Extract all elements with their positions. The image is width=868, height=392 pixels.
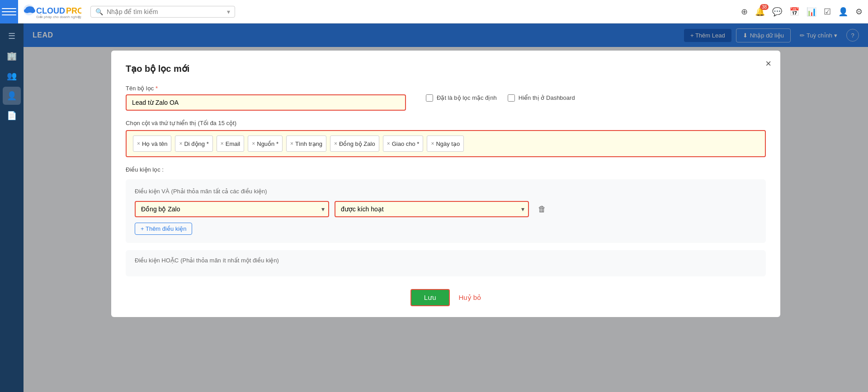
sidebar-item-menu[interactable]: ☰: [3, 27, 21, 45]
main-area: LEAD + Thêm Lead ⬇ Nhập dữ liệu ✏ Tuỳ ch…: [24, 23, 868, 392]
remove-column-icon[interactable]: ×: [137, 140, 140, 147]
checkbox-default-filter[interactable]: Đặt là bộ lọc mặc định: [426, 94, 497, 102]
remove-column-icon[interactable]: ×: [431, 140, 434, 147]
sidebar-item-document[interactable]: 📄: [3, 107, 21, 125]
sidebar-item-building[interactable]: 🏢: [3, 47, 21, 65]
sidebar-item-people[interactable]: 👥: [3, 67, 21, 85]
save-button[interactable]: Lưu: [410, 289, 450, 306]
condition-field-wrapper: Đồng bộ ZaloHọ và tênDi độngEmailNguồnTì…: [135, 201, 329, 217]
condition-operator-wrapper: được kích hoạtkhông được kích hoạtcó giá…: [335, 201, 529, 217]
filter-name-field-group: Tên bộ lọc *: [126, 85, 406, 111]
add-icon-button[interactable]: ⊕: [741, 7, 748, 17]
chevron-down-icon: ▾: [227, 8, 230, 15]
condition-and-title: Điều kiện VÀ (Phải thỏa mãn tất cả các đ…: [135, 187, 757, 195]
condition-or-block: Điều kiện HOẶC (Phải thỏa mãn ít nhất mộ…: [126, 250, 766, 276]
remove-column-icon[interactable]: ×: [290, 140, 293, 147]
dialog-title: Tạo bộ lọc mới: [126, 63, 766, 74]
search-bar[interactable]: 🔍 ▾: [90, 6, 235, 18]
column-tag[interactable]: × Giao cho *: [383, 135, 424, 152]
column-tag[interactable]: × Di động *: [175, 135, 212, 152]
search-input[interactable]: [107, 8, 223, 15]
remove-column-icon[interactable]: ×: [179, 140, 182, 147]
hamburger-button[interactable]: [2, 5, 16, 19]
condition-row: Đồng bộ ZaloHọ và tênDi độngEmailNguồnTì…: [135, 201, 757, 217]
condition-operator-select[interactable]: được kích hoạtkhông được kích hoạtcó giá…: [335, 201, 529, 217]
condition-and-block: Điều kiện VÀ (Phải thỏa mãn tất cả các đ…: [126, 179, 766, 243]
notification-badge: 38: [760, 4, 769, 10]
checkbox-dashboard[interactable]: Hiển thị ở Dashboard: [508, 94, 575, 102]
svg-point-3: [30, 9, 35, 13]
column-tag[interactable]: × Họ và tên: [133, 135, 171, 152]
svg-text:CLOUD: CLOUD: [36, 6, 65, 15]
column-tag[interactable]: × Đồng bộ Zalo: [330, 135, 379, 152]
sidebar: ☰ 🏢 👥 👤 📄: [0, 23, 24, 392]
svg-point-2: [24, 9, 30, 13]
profile-button[interactable]: 👤: [838, 7, 848, 17]
required-mark: *: [156, 85, 158, 92]
dashboard-checkbox[interactable]: [508, 94, 515, 102]
column-tag[interactable]: × Ngày tạo: [427, 135, 464, 152]
filter-name-input[interactable]: [126, 94, 406, 111]
checkbox-row: Đặt là bộ lọc mặc định Hiển thị ở Dashbo…: [426, 94, 575, 102]
tasks-button[interactable]: ☑: [824, 7, 831, 17]
search-icon: 🔍: [95, 8, 103, 15]
filter-name-label: Tên bộ lọc *: [126, 85, 406, 92]
settings-button[interactable]: ⚙: [855, 7, 863, 17]
columns-section-label: Chọn cột và thứ tự hiển thị (Tối đa 15 c…: [126, 120, 766, 126]
notification-button[interactable]: 🔔 38: [755, 7, 765, 17]
column-tag[interactable]: × Tình trạng: [286, 135, 326, 152]
cancel-button[interactable]: Huỷ bỏ: [459, 294, 481, 302]
column-tag[interactable]: × Nguồn *: [248, 135, 283, 152]
top-navbar: CLOUD PRO Giải pháp cho doanh nghiệp 🔍 ▾…: [0, 0, 868, 23]
svg-text:Giải pháp cho doanh nghiệp: Giải pháp cho doanh nghiệp: [36, 14, 81, 19]
remove-column-icon[interactable]: ×: [387, 140, 390, 147]
default-filter-checkbox[interactable]: [426, 94, 433, 102]
logo-area: CLOUD PRO Giải pháp cho doanh nghiệp: [23, 4, 81, 20]
message-button[interactable]: 💬: [772, 7, 782, 17]
dialog: × Tạo bộ lọc mới Tên bộ lọc *: [111, 51, 780, 317]
hamburger-wrap: [0, 0, 18, 23]
filter-conditions-label: Điều kiện lọc :: [126, 166, 766, 173]
remove-column-icon[interactable]: ×: [252, 140, 255, 147]
remove-column-icon[interactable]: ×: [221, 140, 224, 147]
nav-icons: ⊕ 🔔 38 💬 📅 📊 ☑ 👤 ⚙: [741, 7, 863, 17]
dialog-close-button[interactable]: ×: [765, 58, 771, 70]
sidebar-item-person[interactable]: 👤: [3, 87, 21, 105]
dialog-footer: Lưu Huỷ bỏ: [126, 289, 766, 306]
svg-text:PRO: PRO: [66, 6, 81, 15]
logo-svg: CLOUD PRO Giải pháp cho doanh nghiệp: [23, 4, 81, 20]
column-tag[interactable]: × Email: [217, 135, 245, 152]
condition-or-title: Điều kiện HOẶC (Phải thỏa mãn ít nhất mộ…: [135, 257, 757, 264]
delete-condition-button[interactable]: 🗑: [534, 203, 550, 216]
remove-column-icon[interactable]: ×: [334, 140, 337, 147]
calendar-button[interactable]: 📅: [789, 7, 799, 17]
dialog-overlay: × Tạo bộ lọc mới Tên bộ lọc *: [24, 23, 868, 392]
main-layout: ☰ 🏢 👥 👤 📄 LEAD + Thêm Lead ⬇ Nhập dữ liệ…: [0, 23, 868, 392]
condition-field-select[interactable]: Đồng bộ ZaloHọ và tênDi độngEmailNguồnTì…: [135, 201, 329, 217]
add-condition-button[interactable]: + Thêm điều kiện: [135, 223, 192, 235]
chart-button[interactable]: 📊: [807, 7, 816, 17]
columns-box[interactable]: × Họ và tên× Di động *× Email× Nguồn *× …: [126, 130, 766, 157]
